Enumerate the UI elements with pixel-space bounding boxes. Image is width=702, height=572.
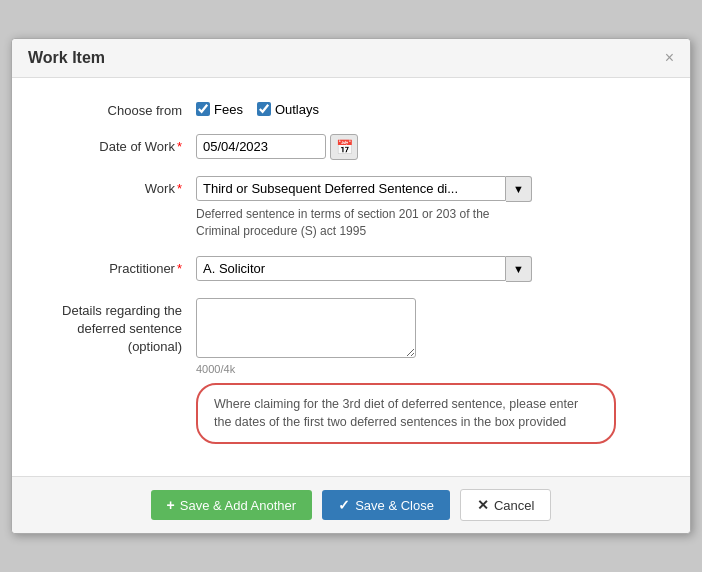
date-input-wrap: 📅	[196, 134, 666, 160]
choose-from-label: Choose from	[36, 98, 196, 118]
hint-box: Where claiming for the 3rd diet of defer…	[196, 383, 616, 445]
date-control-wrap: 📅	[196, 134, 666, 160]
calendar-icon-button[interactable]: 📅	[330, 134, 358, 160]
work-label: Work*	[36, 176, 196, 196]
check-icon: ✓	[338, 497, 350, 513]
chevron-down-icon-practitioner: ▼	[513, 263, 524, 275]
outlays-label: Outlays	[275, 102, 319, 117]
practitioner-row: Practitioner* A. Solicitor ▼	[36, 256, 666, 282]
save-add-another-button[interactable]: + Save & Add Another	[151, 490, 313, 520]
required-star: *	[177, 139, 182, 154]
outlays-checkbox[interactable]	[257, 102, 271, 116]
outlays-checkbox-item: Outlays	[257, 102, 319, 117]
work-select-wrap: Third or Subsequent Deferred Sentence di…	[196, 176, 666, 202]
fees-checkbox[interactable]	[196, 102, 210, 116]
hint-text: Where claiming for the 3rd diet of defer…	[214, 397, 578, 430]
choose-from-controls: Fees Outlays	[196, 98, 666, 117]
details-textarea[interactable]	[196, 298, 416, 358]
date-of-work-label: Date of Work*	[36, 134, 196, 154]
choose-from-row: Choose from Fees Outlays	[36, 98, 666, 118]
chevron-down-icon: ▼	[513, 183, 524, 195]
dialog-body: Choose from Fees Outlays Date of Work*	[12, 78, 690, 476]
cancel-label: Cancel	[494, 498, 534, 513]
required-star-work: *	[177, 181, 182, 196]
fees-checkbox-item: Fees	[196, 102, 243, 117]
cancel-button[interactable]: ✕ Cancel	[460, 489, 551, 521]
required-star-practitioner: *	[177, 261, 182, 276]
close-button[interactable]: ×	[665, 50, 674, 66]
details-row: Details regarding the deferred sentence …	[36, 298, 666, 445]
work-row: Work* Third or Subsequent Deferred Sente…	[36, 176, 666, 240]
work-description: Deferred sentence in terms of section 20…	[196, 206, 536, 240]
fees-label: Fees	[214, 102, 243, 117]
details-control-wrap: 4000/4k Where claiming for the 3rd diet …	[196, 298, 666, 445]
checkbox-group: Fees Outlays	[196, 98, 666, 117]
practitioner-label: Practitioner*	[36, 256, 196, 276]
char-count: 4000/4k	[196, 363, 666, 375]
work-control-wrap: Third or Subsequent Deferred Sentence di…	[196, 176, 666, 240]
dialog-header: Work Item ×	[12, 39, 690, 78]
dialog-title: Work Item	[28, 49, 105, 67]
times-icon: ✕	[477, 497, 489, 513]
date-input[interactable]	[196, 134, 326, 159]
work-item-dialog: Work Item × Choose from Fees Outlays	[11, 38, 691, 534]
plus-icon: +	[167, 497, 175, 513]
practitioner-dropdown-button[interactable]: ▼	[506, 256, 532, 282]
save-close-button[interactable]: ✓ Save & Close	[322, 490, 450, 520]
dialog-footer: + Save & Add Another ✓ Save & Close ✕ Ca…	[12, 476, 690, 533]
practitioner-select[interactable]: A. Solicitor	[196, 256, 506, 281]
date-of-work-row: Date of Work* 📅	[36, 134, 666, 160]
save-add-label: Save & Add Another	[180, 498, 296, 513]
save-close-label: Save & Close	[355, 498, 434, 513]
details-label: Details regarding the deferred sentence …	[36, 298, 196, 357]
calendar-icon: 📅	[336, 139, 353, 155]
practitioner-select-wrap: A. Solicitor ▼	[196, 256, 666, 282]
work-dropdown-button[interactable]: ▼	[506, 176, 532, 202]
work-select-input[interactable]: Third or Subsequent Deferred Sentence di…	[196, 176, 506, 201]
practitioner-control-wrap: A. Solicitor ▼	[196, 256, 666, 282]
